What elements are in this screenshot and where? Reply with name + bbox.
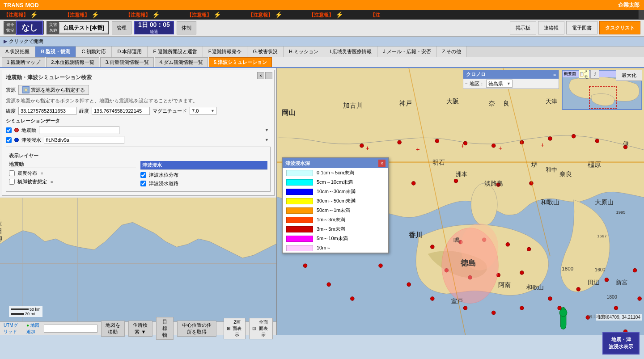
- svg-text:大原山: 大原山: [595, 199, 614, 206]
- eq-btn-line2: 波浸水表示: [609, 343, 633, 350]
- lon-input[interactable]: [92, 107, 150, 115]
- alert-label-5: 【注意報】: [248, 12, 273, 18]
- svg-text:田: 田: [0, 228, 2, 235]
- add-map-label[interactable]: ● 地図追加: [26, 322, 40, 335]
- renrakucho-button[interactable]: 連絡帳: [538, 21, 564, 34]
- map-bottom-bar: UTMグリッド ● 地図追加 地図を移動 住所検索 ▼ 目標物 中心位置の住所を…: [0, 321, 276, 335]
- status-value: なし: [16, 21, 43, 35]
- sub-tab-5[interactable]: 5.津波シミュレーション: [209, 57, 272, 67]
- jishindo-section-title: 地震動: [9, 161, 136, 168]
- tsunami-checkbox[interactable]: [6, 137, 12, 143]
- tab-c[interactable]: C.初動対応: [76, 46, 112, 57]
- tab-h[interactable]: H.ミッション: [284, 46, 324, 57]
- legend-close-button[interactable]: ×: [378, 160, 386, 167]
- legend-label-7: 3m～5m未満: [317, 226, 345, 232]
- jishindo-select[interactable]: [39, 126, 119, 134]
- jishindo-checkbox[interactable]: [6, 127, 12, 133]
- tab-f[interactable]: F.避難情報発令: [203, 46, 248, 57]
- chronolo-panel: クロノロ » − 地区： 徳島県 ▼: [463, 70, 559, 89]
- svg-point-48: [633, 269, 636, 272]
- fullscreen-button[interactable]: ⊡ 全面面表示: [249, 318, 273, 339]
- dual-view-icon: ⊞: [227, 326, 230, 331]
- shindo-dist-label: 震度分布: [17, 170, 37, 177]
- bridge-damage-checkbox[interactable]: [9, 179, 15, 185]
- panel-close-button[interactable]: ×: [257, 72, 264, 79]
- svg-point-19: [595, 139, 599, 143]
- maximize-button[interactable]: 最大化: [616, 70, 642, 81]
- tab-d[interactable]: D.本部運用: [112, 46, 148, 57]
- tab-z[interactable]: Z.その他: [437, 46, 467, 57]
- bridge-damage-label: 橋脚被害想定: [17, 178, 47, 185]
- export-icon[interactable]: ⤴: [590, 70, 599, 79]
- tab-g[interactable]: G.被害状況: [247, 46, 284, 57]
- sub-tab-3[interactable]: 3.雨量観測情報一覧: [100, 57, 153, 67]
- svg-point-10: [471, 183, 497, 226]
- alert-label-6: 【注意報】: [309, 12, 334, 18]
- tsunami-water-label: 津波水位分布: [149, 172, 178, 178]
- scale-bar: 50 km: [11, 307, 41, 312]
- legend-color-6: [286, 217, 313, 223]
- shindo-list-icon: ≡: [41, 171, 43, 176]
- thunder-icon-2: ⚡: [91, 11, 99, 18]
- svg-point-39: [379, 264, 382, 267]
- svg-text:岬: 岬: [0, 236, 2, 243]
- sub-tab-2[interactable]: 2.水位観測情報一覧: [46, 57, 99, 67]
- chronolo-expand-icon[interactable]: »: [553, 72, 556, 77]
- sub-tab-4[interactable]: 4.ダム観測情報一覧: [155, 57, 208, 67]
- tsunami-label: 津波浸水: [21, 137, 41, 144]
- thunder-icon-4: ⚡: [213, 11, 221, 18]
- svg-text:+: +: [541, 141, 545, 148]
- user-name: 企業太郎: [618, 1, 640, 9]
- main-map-area[interactable]: 1800 1667 1600 1800 1995 岡山 加古川 神戸 大阪 奈 …: [277, 68, 644, 335]
- legend-label-8: 5m～10m未満: [317, 235, 348, 242]
- jishindo-label: 地震動: [21, 127, 36, 134]
- denshizusho-button[interactable]: 電子図書: [566, 21, 597, 34]
- memo-icon[interactable]: 📋 メモ: [579, 70, 589, 79]
- map-search-input[interactable]: [44, 325, 97, 333]
- manage-button[interactable]: 管理: [112, 21, 131, 34]
- svg-text:和中: 和中: [546, 167, 557, 173]
- tab-b[interactable]: B.監視・観測: [35, 46, 76, 57]
- taisei-button[interactable]: 体制: [177, 21, 196, 34]
- map-scale: 50 km 20 mi: [9, 306, 42, 317]
- lat-input[interactable]: [18, 107, 76, 115]
- keijiban-button[interactable]: 掲示板: [510, 21, 536, 34]
- svg-point-11: [360, 144, 364, 148]
- earthquake-display-button[interactable]: 地震・津 波浸水表示: [602, 332, 640, 355]
- legend-color-5: [286, 207, 313, 214]
- mag-select[interactable]: 7.06.08.0: [190, 107, 216, 115]
- ticker-content: 【注意報】 ⚡ 【注意報】 ⚡ 【注意報】 ⚡ 【注意報】 ⚡ 【注意報: [0, 11, 384, 18]
- memo-label: メモ: [584, 68, 589, 80]
- tsunami-water-checkbox[interactable]: [140, 172, 146, 178]
- tab-j[interactable]: J.メール・広報・安否: [377, 46, 437, 57]
- source-row: 震源 震源を地図から指定する: [6, 85, 271, 95]
- minus-icon: −: [465, 81, 468, 86]
- svg-text:天津: 天津: [546, 98, 557, 105]
- click-open-bar[interactable]: ▶ クリックで開閉: [0, 37, 644, 46]
- sub-tab-1[interactable]: 1.観測所マップ: [2, 57, 45, 67]
- utm-grid-label[interactable]: UTMグリッド: [4, 322, 21, 335]
- svg-text:大阪: 大阪: [446, 98, 459, 105]
- status-section: 発令 状況 なし: [4, 21, 44, 34]
- tsunami-select[interactable]: flt.N3div9a: [44, 136, 124, 144]
- region-select[interactable]: 徳島県: [486, 80, 513, 88]
- ticker-scrollbar[interactable]: [639, 10, 644, 20]
- tab-e[interactable]: E.避難所開設と運営: [148, 46, 203, 57]
- click-open-label: クリックで開閉: [9, 38, 43, 45]
- dropdown-arrow-icon: ▼: [141, 329, 146, 334]
- shindo-distribution-checkbox[interactable]: [9, 170, 15, 176]
- tab-a[interactable]: A.状況把握: [0, 46, 35, 57]
- map-move-button[interactable]: 地図を移動: [101, 321, 125, 337]
- tsunami-road-checkbox[interactable]: [140, 181, 146, 186]
- landmark-button[interactable]: 目標物: [156, 317, 174, 340]
- layer-columns: 地震動 震度分布 ≡ 橋脚被害想定 ≡ 津波浸水: [9, 161, 267, 189]
- left-map-area[interactable]: 佐 田 岬 50 km 20 mi: [0, 198, 276, 335]
- svg-point-31: [527, 247, 530, 251]
- source-map-button[interactable]: 震源を地図から指定する: [18, 85, 89, 95]
- tasklist-button[interactable]: タスクリスト: [599, 21, 640, 34]
- address-search-button[interactable]: 住所検索 ▼: [128, 321, 153, 337]
- dual-view-button[interactable]: ⊞ 2画面表示: [224, 318, 246, 339]
- tab-i[interactable]: I.広域災害医療情報: [324, 46, 377, 57]
- center-address-button[interactable]: 中心位置の住所を取得: [177, 321, 216, 337]
- panel-minimize-button[interactable]: _: [265, 72, 272, 79]
